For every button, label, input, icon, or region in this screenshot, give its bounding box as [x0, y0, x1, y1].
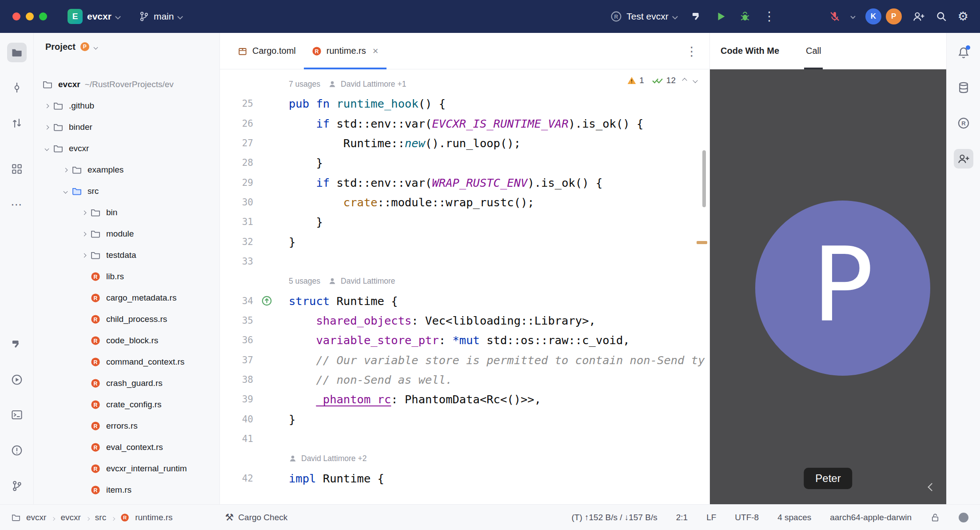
tree-item-.github[interactable]: .github [34, 95, 219, 116]
tab-cargo-toml[interactable]: Cargo.toml [230, 33, 304, 69]
minimize-window-button[interactable] [26, 12, 34, 20]
indent-style[interactable]: 4 spaces [777, 513, 811, 522]
code-line-34[interactable]: 34struct Runtime { [220, 291, 709, 311]
usages-hint[interactable]: 7 usages [289, 80, 320, 89]
structure-tool-icon[interactable] [7, 159, 27, 179]
line-separator[interactable]: LF [706, 513, 716, 522]
tree-item-src[interactable]: src [34, 181, 219, 202]
avatar-P[interactable]: P [886, 8, 902, 24]
lock-icon[interactable] [930, 513, 940, 522]
tree-item-bin[interactable]: bin [34, 202, 219, 223]
code-line-36[interactable]: 36 variable_store_ptr: *mut std::os::raw… [220, 330, 709, 350]
code-line-39[interactable]: 39 _phantom_rc: PhantomData<Rc<()>>, [220, 389, 709, 409]
code-line-41[interactable]: 41 [220, 429, 709, 449]
search-icon[interactable] [936, 11, 947, 22]
code-line-38[interactable]: 38 // non-Send as well. [220, 370, 709, 389]
code-line-27[interactable]: 27 Runtime::new().run_loop(); [220, 133, 709, 153]
close-tab-icon[interactable]: × [373, 46, 378, 56]
tree-item-item.rs[interactable]: Ritem.rs [34, 479, 219, 501]
passed-indicator[interactable]: 12 [651, 76, 676, 85]
run-tool-icon[interactable] [7, 370, 27, 389]
database-tool-icon[interactable] [954, 78, 973, 97]
usages-hint[interactable]: 5 usages [289, 277, 320, 286]
tree-item-evcxr[interactable]: evcxr [34, 138, 219, 159]
tree-item-crate_config.rs[interactable]: Rcrate_config.rs [34, 394, 219, 415]
author-hint[interactable]: David Lattimore +2 [301, 454, 367, 463]
devices-chevron-icon[interactable] [851, 15, 855, 18]
run-button-icon[interactable] [715, 11, 727, 22]
breadcrumb[interactable]: evcxr [60, 513, 80, 522]
tree-chevron-icon[interactable] [59, 169, 72, 172]
tree-item-child_process.rs[interactable]: Rchild_process.rs [34, 309, 219, 330]
project-panel-header[interactable]: Project P [34, 33, 219, 60]
commit-tool-icon[interactable] [7, 78, 27, 97]
tree-chevron-icon[interactable] [77, 233, 91, 236]
code-line-30[interactable]: 30 crate::module::wrap_rustc(); [220, 193, 709, 212]
build-target[interactable]: aarch64-apple-darwin [830, 513, 912, 522]
author-hint[interactable]: David Lattimore [341, 277, 395, 286]
transfer-rate[interactable]: (T) ↑152 B/s / ↓157 B/s [571, 513, 657, 522]
breadcrumb[interactable]: runtime.rs [135, 513, 172, 522]
terminal-tool-icon[interactable] [7, 405, 27, 425]
more-actions-icon[interactable]: ⋮ [763, 10, 776, 23]
tree-item-evcxr_internal_runtim[interactable]: Revcxr_internal_runtim [34, 458, 219, 479]
tree-chevron-icon[interactable] [40, 126, 53, 129]
warnings-indicator[interactable]: 1 [627, 76, 644, 85]
tree-chevron-icon[interactable] [77, 211, 91, 214]
tree-item-crash_guard.rs[interactable]: Rcrash_guard.rs [34, 373, 219, 394]
tree-item-errors.rs[interactable]: Rerrors.rs [34, 415, 219, 437]
tab-runtime-rs[interactable]: R runtime.rs × [304, 33, 386, 69]
project-tool-icon[interactable] [7, 43, 27, 62]
next-problem-chevron-icon[interactable] [693, 79, 697, 82]
code-line-32[interactable]: 32} [220, 232, 709, 252]
code-line-29[interactable]: 29 if std::env::var(WRAP_RUSTC_ENV).is_o… [220, 173, 709, 193]
debug-bug-icon[interactable] [739, 11, 751, 22]
git-tool-icon[interactable] [7, 476, 27, 496]
close-window-button[interactable] [12, 12, 20, 20]
code-line-42[interactable]: 42impl Runtime { [220, 469, 709, 488]
tree-item-examples[interactable]: examples [34, 159, 219, 181]
collapse-chevron-icon[interactable] [929, 484, 935, 492]
code-line-31[interactable]: 31 } [220, 212, 709, 232]
maximize-window-button[interactable] [39, 12, 47, 20]
editor-code[interactable]: 7 usagesDavid Lattimore +125pub fn runti… [220, 69, 709, 504]
codewithme-title[interactable]: Code With Me [721, 33, 779, 69]
tree-chevron-icon[interactable] [59, 190, 72, 193]
code-line-37[interactable]: 37 // Our variable store is permitted to… [220, 350, 709, 370]
implementations-gutter-icon[interactable] [253, 295, 280, 306]
codewithme-users-icon[interactable] [954, 149, 973, 169]
problems-tool-icon[interactable] [7, 441, 27, 460]
status-indicator-icon[interactable] [959, 513, 968, 522]
tree-item-binder[interactable]: binder [34, 116, 219, 138]
warning-stripe-mark[interactable] [697, 241, 707, 244]
author-hint[interactable]: David Lattimore +1 [341, 80, 406, 89]
tree-item-cargo_metadata.rs[interactable]: Rcargo_metadata.rs [34, 287, 219, 309]
code-line-33[interactable]: 33 [220, 252, 709, 271]
more-tools-icon[interactable]: ⋯ [7, 195, 27, 214]
cargo-check-widget[interactable]: ⚒ Cargo Check [225, 513, 288, 522]
prev-problem-chevron-icon[interactable] [683, 79, 686, 82]
caret-position[interactable]: 2:1 [676, 513, 688, 522]
branch-widget[interactable]: main [133, 8, 188, 24]
tree-chevron-icon[interactable] [40, 104, 53, 108]
avatar-K[interactable]: K [865, 8, 881, 24]
notifications-bell-icon[interactable] [954, 43, 973, 62]
tree-item-lib.rs[interactable]: Rlib.rs [34, 266, 219, 287]
tab-options-icon[interactable]: ⋮ [685, 44, 698, 58]
tree-item-testdata[interactable]: testdata [34, 245, 219, 266]
tree-chevron-icon[interactable] [77, 254, 91, 257]
tree-item-eval_context.rs[interactable]: Reval_context.rs [34, 437, 219, 458]
build-hammer-icon[interactable] [691, 11, 703, 22]
project-widget[interactable]: E evcxr [62, 6, 125, 27]
code-line-40[interactable]: 40} [220, 410, 709, 429]
breadcrumb[interactable]: evcxr [26, 513, 46, 522]
tab-call[interactable]: Call [804, 33, 823, 69]
run-config-widget[interactable]: R Test evcxr [609, 8, 679, 25]
tree-item-code_block.rs[interactable]: Rcode_block.rs [34, 330, 219, 351]
editor-scrollbar[interactable] [702, 150, 706, 207]
code-line-25[interactable]: 25pub fn runtime_hook() { [220, 94, 709, 113]
build-tool-icon[interactable] [7, 334, 27, 354]
tree-item-root[interactable]: evcxr ~/RustRoverProjects/ev [34, 74, 219, 95]
cargo-tool-icon[interactable]: R [954, 113, 973, 133]
code-line-28[interactable]: 28 } [220, 153, 709, 173]
